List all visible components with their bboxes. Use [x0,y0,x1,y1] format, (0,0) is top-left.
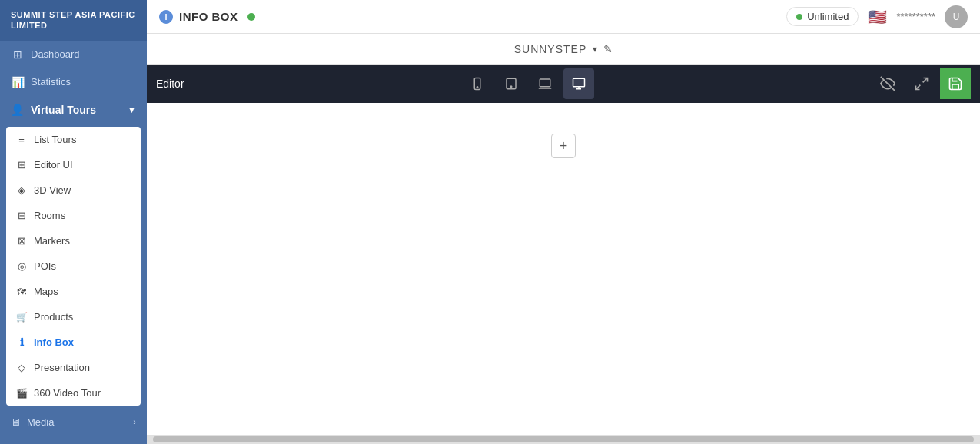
editor-actions [872,68,971,99]
products-icon [15,311,28,323]
user-name: ********** [896,11,935,22]
sidebar: SUMMIT STEP ASIA PACIFIC LIMITED ⊞ Dashb… [0,0,147,444]
sidebar-item-dashboard[interactable]: ⊞ Dashboard [0,41,147,68]
virtual-tours-section[interactable]: 👤 Virtual Tours ▼ [0,96,147,124]
expand-btn[interactable] [906,68,937,99]
scrollbar-track [153,436,974,442]
editor-ui-icon [15,159,28,171]
media-icon: 🖥 [11,416,21,428]
video-tour-icon [15,387,28,399]
user-avatar[interactable]: U [945,5,968,28]
horizontal-scrollbar[interactable] [147,435,980,444]
tour-name: SUNNYSTEP [514,43,587,55]
save-button[interactable] [940,68,971,99]
presentation-icon [15,362,28,373]
sidebar-item-products[interactable]: Products [6,304,141,330]
sidebar-item-pois[interactable]: POIs [6,253,141,279]
markers-icon [15,235,28,247]
sidebar-item-editor-ui[interactable]: Editor UI [6,152,141,177]
status-dot [247,13,255,21]
editor-toolbar: Editor [147,65,980,103]
dashboard-icon: ⊞ [11,48,25,61]
main-content: i INFO BOX Unlimited 🇺🇸 ********** U SUN… [147,0,980,444]
maps-icon [15,286,28,297]
list-tours-icon [15,134,28,145]
eye-off-btn[interactable] [872,68,903,99]
pois-icon [15,260,28,272]
desktop-device-btn[interactable] [563,68,594,99]
sidebar-item-360-video[interactable]: 360 Video Tour [6,380,141,406]
chevron-right-icon: › [133,417,136,426]
svg-rect-5 [573,78,585,87]
unlimited-label: Unlimited [807,11,849,22]
device-selector [462,68,594,99]
avatar-initial: U [953,12,960,22]
statistics-icon: 📊 [11,76,25,88]
svg-point-3 [511,86,513,88]
tour-dropdown-icon[interactable]: ▾ [593,44,597,55]
edit-tour-icon[interactable]: ✎ [603,43,613,55]
sidebar-item-info-box[interactable]: Info Box [6,330,141,355]
svg-point-1 [477,87,479,88]
svg-rect-4 [540,79,551,87]
sidebar-item-statistics[interactable]: 📊 Statistics [0,68,147,96]
unlimited-badge: Unlimited [786,7,859,26]
topbar: i INFO BOX Unlimited 🇺🇸 ********** U [147,0,980,34]
tour-bar: SUNNYSTEP ▾ ✎ [147,34,980,65]
mobile-device-btn[interactable] [462,68,493,99]
svg-line-7 [923,78,928,83]
svg-line-8 [915,85,920,90]
topbar-left: i INFO BOX [159,10,255,24]
sidebar-item-media[interactable]: 🖥 Media › [0,409,147,436]
canvas-area: + [147,103,980,435]
brand-name: SUMMIT STEP ASIA PACIFIC LIMITED [0,0,147,41]
rooms-icon [15,210,28,221]
sidebar-item-maps[interactable]: Maps [6,279,141,304]
sidebar-item-list-tours[interactable]: List Tours [6,127,141,152]
topbar-right: Unlimited 🇺🇸 ********** U [786,5,968,28]
chevron-down-icon: ▼ [128,105,136,114]
info-icon: i [159,10,173,24]
sidebar-item-rooms[interactable]: Rooms [6,203,141,228]
laptop-device-btn[interactable] [530,68,560,99]
info-box-icon [15,336,28,348]
3d-view-icon [15,184,28,196]
sidebar-item-3d-view[interactable]: 3D View [6,177,141,203]
tablet-device-btn[interactable] [496,68,527,99]
virtual-tours-submenu: List Tours Editor UI 3D View Rooms Marke… [6,127,141,406]
add-element-button[interactable]: + [551,134,576,158]
page-title: INFO BOX [179,10,238,23]
editor-label: Editor [156,78,184,90]
unlimited-dot [796,14,802,20]
virtual-tours-icon: 👤 [11,104,25,116]
sidebar-item-markers[interactable]: Markers [6,228,141,253]
flag-icon[interactable]: 🇺🇸 [868,8,887,26]
sidebar-item-presentation[interactable]: Presentation [6,355,141,380]
